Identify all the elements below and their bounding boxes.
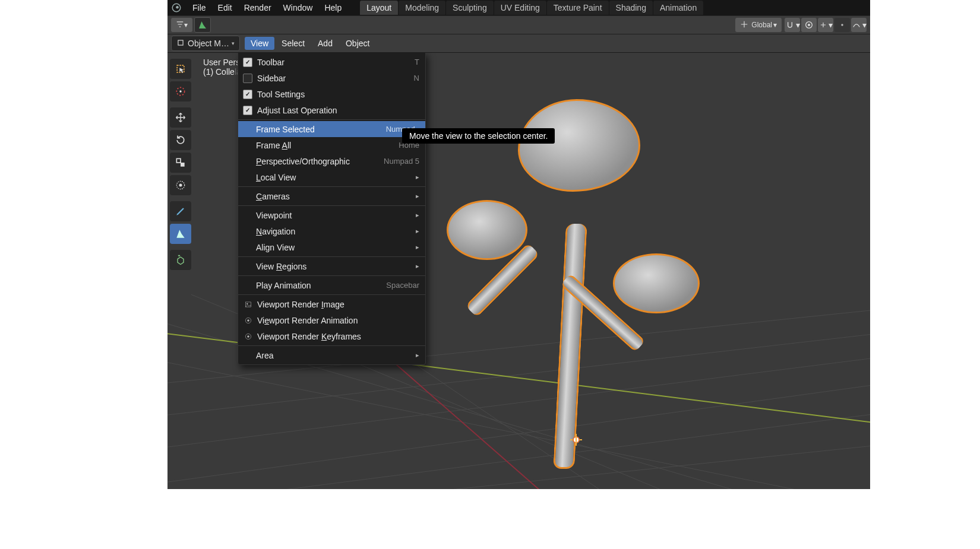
svg-point-28 xyxy=(247,319,249,322)
chevron-right-icon: ▸ xyxy=(416,173,419,181)
view-menu-item[interactable]: Viewport Render Image xyxy=(238,296,425,312)
tool-measure[interactable] xyxy=(170,224,191,244)
svg-point-26 xyxy=(246,303,248,304)
chevron-right-icon: ▸ xyxy=(416,243,419,251)
view-menu-item[interactable]: Area▸ xyxy=(238,347,425,363)
workspace-tab-uv-editing[interactable]: UV Editing xyxy=(494,1,546,15)
view-menu-item[interactable]: Adjust Last Operation xyxy=(238,102,425,118)
object-mode-icon xyxy=(176,39,185,49)
menu-item-label: Viewpoint xyxy=(256,211,412,220)
menu-file[interactable]: File xyxy=(186,1,212,14)
tool-transform[interactable] xyxy=(170,175,191,195)
svg-point-30 xyxy=(247,335,249,338)
editor-header: Object M… ▾ View Select Add Object xyxy=(167,34,870,53)
menu-item-label: Viewport Render Image xyxy=(257,300,419,309)
workspace-tab-shading[interactable]: Shading xyxy=(609,1,653,15)
snap-element-dropdown[interactable]: ▾ xyxy=(818,18,833,32)
svg-point-20 xyxy=(179,90,181,92)
tool-scale[interactable] xyxy=(170,153,191,173)
view-collection-label: (1) Colle xyxy=(203,67,235,77)
menu-edit[interactable]: Edit xyxy=(212,1,238,14)
menu-item-label: Tool Settings xyxy=(257,90,419,99)
menu-render[interactable]: Render xyxy=(238,1,277,14)
checkbox-icon xyxy=(243,106,252,115)
view-menu-item[interactable]: View Regions▸ xyxy=(238,258,425,274)
view-menu-item[interactable]: Viewport Render Keyframes xyxy=(238,328,425,344)
tool-select-box[interactable] xyxy=(170,59,191,79)
active-tool-icon[interactable] xyxy=(194,17,211,33)
view-menu-item[interactable]: Navigation▸ xyxy=(238,223,425,239)
menu-item-shortcut: Spacebar xyxy=(386,281,419,290)
tooltip: Move the view to the selection center. xyxy=(402,128,555,144)
workspace-tab-modeling[interactable]: Modeling xyxy=(399,1,445,15)
menu-window[interactable]: Window xyxy=(277,1,319,14)
checkbox-icon xyxy=(243,58,252,67)
svg-rect-5 xyxy=(178,40,183,45)
menu-item-shortcut: T xyxy=(415,58,419,66)
view-menu-item[interactable]: Viewpoint▸ xyxy=(238,207,425,223)
falloff-dropdown[interactable]: ▾ xyxy=(851,18,867,32)
view-menu-item[interactable]: Frame AllHome xyxy=(238,137,425,153)
menu-item-label: Area xyxy=(256,351,412,360)
workspace-tab-layout[interactable]: Layout xyxy=(360,1,398,15)
orientation-label: Global xyxy=(751,21,772,29)
header-menu-add[interactable]: Add xyxy=(312,37,339,50)
tool-rotate[interactable] xyxy=(170,130,191,150)
view-menu-dropdown: ToolbarTSidebarNTool SettingsAdjust Last… xyxy=(238,53,426,365)
pivot-dropdown[interactable] xyxy=(834,18,850,32)
menu-separator xyxy=(238,256,425,257)
view-menu-item[interactable]: SidebarN xyxy=(238,70,425,86)
tool-cursor[interactable] xyxy=(170,81,191,101)
view-menu-item[interactable]: Viewport Render Animation xyxy=(238,312,425,328)
menu-separator xyxy=(238,345,425,346)
header-menu-view[interactable]: View xyxy=(245,37,274,50)
menu-item-label: View Regions xyxy=(256,262,412,271)
workspace-tab-animation[interactable]: Animation xyxy=(653,1,703,15)
workspace-tab-texture-paint[interactable]: Texture Paint xyxy=(547,1,609,15)
menu-item-label: Local View xyxy=(256,173,412,182)
3d-viewport[interactable]: User Perspective (1) Collelant_019C_TRIS… xyxy=(167,53,870,489)
svg-point-3 xyxy=(808,24,810,26)
shading-mode-dropdown[interactable]: ▾ xyxy=(171,18,192,32)
mode-selector[interactable]: Object M… ▾ xyxy=(171,36,240,51)
3d-object-selected[interactable] xyxy=(441,99,702,467)
svg-rect-21 xyxy=(176,158,181,163)
view-menu-item[interactable]: Perspective/OrthographicNumpad 5 xyxy=(238,153,425,169)
view-menu-item[interactable]: Local View▸ xyxy=(238,169,425,185)
render-icon xyxy=(243,332,254,341)
header-menu-select[interactable]: Select xyxy=(276,37,311,50)
proportional-edit-toggle[interactable] xyxy=(801,18,817,32)
view-menu-item[interactable]: ToolbarT xyxy=(238,54,425,70)
menu-item-label: Sidebar xyxy=(257,74,414,83)
view-menu-item[interactable]: Align View▸ xyxy=(238,239,425,255)
tool-annotate[interactable] xyxy=(170,201,191,221)
menu-separator xyxy=(238,119,425,120)
menu-separator xyxy=(238,294,425,295)
transform-orientation-dropdown[interactable]: Global ▾ xyxy=(735,18,782,32)
3d-cursor-icon xyxy=(569,433,583,447)
view-menu-item[interactable]: Frame SelectedNumpad . xyxy=(238,121,425,137)
menu-separator xyxy=(238,275,425,276)
mode-label: Object M… xyxy=(188,39,229,48)
chevron-right-icon: ▸ xyxy=(416,211,419,219)
image-icon xyxy=(243,300,254,309)
menu-item-shortcut: N xyxy=(414,74,419,82)
view-menu-item[interactable]: Cameras▸ xyxy=(238,188,425,204)
view-menu-item[interactable]: Play AnimationSpacebar xyxy=(238,277,425,293)
header-menu-object[interactable]: Object xyxy=(340,37,375,50)
blender-logo-icon xyxy=(171,2,182,13)
menu-item-label: Play Animation xyxy=(256,281,386,290)
tool-shelf xyxy=(170,59,191,270)
chevron-right-icon: ▸ xyxy=(416,192,419,200)
view-menu-item[interactable]: Tool Settings xyxy=(238,86,425,102)
menu-item-label: Align View xyxy=(256,243,412,252)
tool-add-primitive[interactable] xyxy=(170,250,191,270)
menu-help[interactable]: Help xyxy=(318,1,347,14)
checkbox-icon xyxy=(243,74,252,83)
tool-move[interactable] xyxy=(170,107,191,128)
menu-item-label: Navigation xyxy=(256,227,412,236)
menu-item-label: Cameras xyxy=(256,192,412,201)
workspace-tab-sculpting[interactable]: Sculpting xyxy=(446,1,494,15)
menu-item-label: Adjust Last Operation xyxy=(257,106,419,115)
snap-toggle[interactable]: ▾ xyxy=(785,18,800,32)
